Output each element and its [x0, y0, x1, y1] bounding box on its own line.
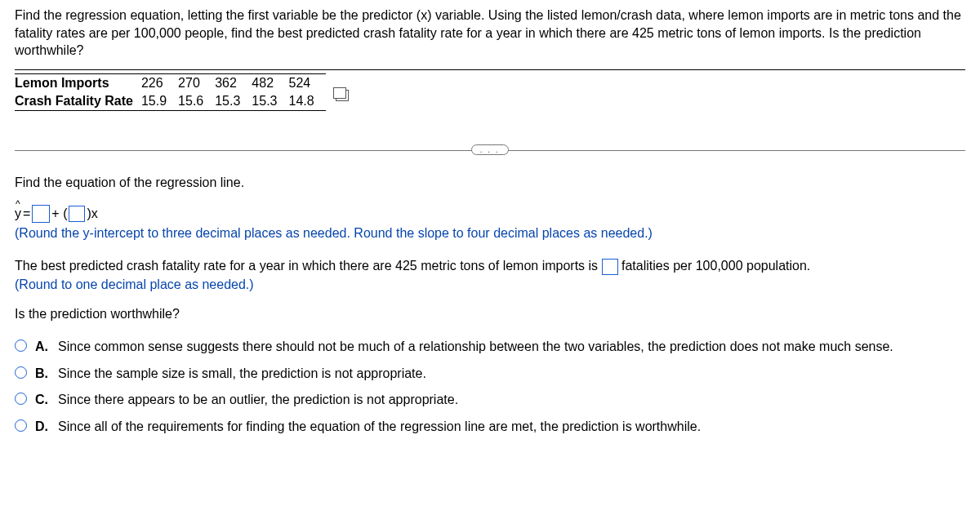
row-label: Lemon Imports: [15, 73, 141, 92]
cell: 15.6: [178, 92, 215, 111]
cell: 15.3: [252, 92, 288, 111]
data-table: Lemon Imports 226 270 362 482 524 Crash …: [15, 73, 326, 111]
close-paren-x: )x: [87, 206, 97, 221]
copy-table-icon[interactable]: [336, 90, 349, 101]
cell: 14.8: [289, 92, 326, 111]
expand-dots-button[interactable]: . . .: [471, 144, 509, 155]
hat-caret: ^: [16, 198, 20, 210]
intercept-input[interactable]: [32, 205, 50, 223]
cell: 524: [289, 73, 326, 92]
rounding-hint-2: (Round to one decimal place as needed.): [15, 277, 965, 292]
option-letter: D.: [35, 418, 50, 436]
option-c: C. Since there appears to be an outlier,…: [15, 391, 965, 409]
prediction-input[interactable]: [602, 259, 618, 275]
section-divider: . . .: [15, 150, 965, 151]
option-text: Since there appears to be an outlier, th…: [58, 391, 965, 409]
equation-line: ^ y = + ( )x: [15, 205, 965, 223]
prediction-section: The best predicted crash fatality rate f…: [15, 255, 965, 293]
row-label: Crash Fatality Rate: [15, 92, 141, 111]
option-letter: B.: [35, 365, 50, 383]
radio-b[interactable]: [15, 366, 27, 379]
table-row: Crash Fatality Rate 15.9 15.6 15.3 15.3 …: [15, 92, 326, 111]
cell: 15.3: [215, 92, 252, 111]
equals-sign: =: [23, 206, 30, 221]
prediction-text-after: fatalities per 100,000 population.: [621, 259, 810, 273]
regression-equation-section: Find the equation of the regression line…: [15, 175, 965, 241]
plus-open-paren: + (: [51, 206, 67, 221]
question-text: Find the regression equation, letting th…: [15, 7, 965, 60]
sub-prompt: Find the equation of the regression line…: [15, 175, 965, 190]
cell: 15.9: [141, 92, 178, 111]
worthwhile-prompt: Is the prediction worthwhile?: [15, 307, 965, 322]
option-d: D. Since all of the requirements for fin…: [15, 418, 965, 436]
option-text: Since all of the requirements for findin…: [58, 418, 965, 436]
option-a: A. Since common sense suggests there sho…: [15, 338, 965, 356]
table-row: Lemon Imports 226 270 362 482 524: [15, 73, 326, 92]
data-table-container: Lemon Imports 226 270 362 482 524 Crash …: [15, 69, 965, 118]
cell: 226: [141, 73, 178, 92]
cell: 270: [178, 73, 215, 92]
cell: 362: [215, 73, 252, 92]
rounding-hint: (Round the y-intercept to three decimal …: [15, 226, 965, 241]
option-b: B. Since the sample size is small, the p…: [15, 365, 965, 383]
option-letter: C.: [35, 391, 50, 409]
option-letter: A.: [35, 338, 50, 356]
cell: 482: [252, 73, 288, 92]
option-text: Since the sample size is small, the pred…: [58, 365, 965, 383]
worthwhile-section: Is the prediction worthwhile?: [15, 307, 965, 322]
radio-a[interactable]: [15, 339, 27, 352]
radio-d[interactable]: [15, 419, 27, 432]
options-group: A. Since common sense suggests there sho…: [15, 338, 965, 436]
radio-c[interactable]: [15, 393, 27, 405]
prediction-text-before: The best predicted crash fatality rate f…: [15, 259, 602, 273]
option-text: Since common sense suggests there should…: [58, 338, 965, 356]
y-hat-symbol: ^ y: [15, 206, 21, 221]
slope-input[interactable]: [69, 206, 85, 222]
